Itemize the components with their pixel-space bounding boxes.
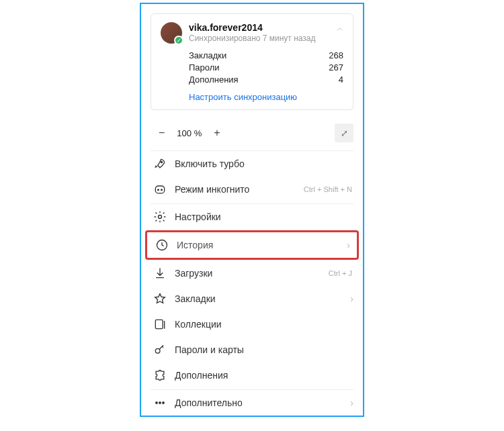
svg-point-0 [161, 162, 163, 163]
svg-point-9 [159, 402, 161, 404]
menu-item-downloads[interactable]: Загрузки Ctrl + J [141, 260, 363, 286]
puzzle-icon [153, 369, 167, 382]
menu-item-bookmarks[interactable]: Закладки › [141, 286, 363, 312]
stat-passwords-value: 267 [329, 62, 343, 73]
svg-point-2 [158, 189, 159, 191]
menu-label: История [177, 240, 339, 250]
svg-point-3 [161, 189, 163, 191]
stat-addons: Дополнения 4 [189, 75, 343, 85]
menu-item-history[interactable]: История › [145, 230, 359, 260]
more-icon [153, 396, 167, 410]
collapse-icon[interactable]: ︿ [337, 22, 343, 33]
menu-item-turbo[interactable]: Включить турбо [141, 151, 363, 177]
menu-label: Коллекции [175, 319, 353, 330]
zoom-row: − 100 % + ⤢ [141, 115, 363, 150]
chevron-right-icon: › [350, 397, 353, 408]
username: vika.forever2014 [189, 22, 330, 33]
menu-label: Пароли и карты [175, 344, 353, 355]
sync-stats: Закладки 268 Пароли 267 Дополнения 4 [161, 50, 343, 85]
menu-label: Дополнения [175, 370, 353, 381]
star-icon [153, 292, 167, 305]
fullscreen-button[interactable]: ⤢ [335, 124, 353, 142]
avatar: ✓ [161, 22, 182, 44]
svg-point-8 [156, 402, 158, 404]
key-icon [153, 343, 167, 356]
collections-icon [153, 318, 167, 331]
sync-status: Синхронизировано 7 минут назад [189, 34, 330, 43]
menu-label: Закладки [175, 293, 342, 304]
stat-addons-label: Дополнения [189, 75, 239, 85]
menu-item-collections[interactable]: Коллекции [141, 312, 363, 337]
shortcut-hint: Ctrl + Shift + N [304, 185, 352, 193]
menu-item-more[interactable]: Дополнительно › [141, 390, 363, 416]
menu-label: Включить турбо [175, 158, 353, 169]
svg-point-10 [163, 402, 165, 404]
browser-menu-panel: ✓ vika.forever2014 Синхронизировано 7 ми… [140, 3, 364, 417]
sync-card: ✓ vika.forever2014 Синхронизировано 7 ми… [151, 13, 353, 110]
stat-bookmarks-value: 268 [329, 50, 343, 60]
stat-addons-value: 4 [339, 75, 343, 85]
menu-item-addons[interactable]: Дополнения [141, 363, 363, 388]
menu-label: Дополнительно [175, 397, 342, 408]
menu-item-incognito[interactable]: Режим инкогнито Ctrl + Shift + N [141, 177, 363, 202]
menu-item-passwords[interactable]: Пароли и карты [141, 337, 363, 363]
incognito-icon [153, 183, 167, 196]
zoom-out-button-icon[interactable]: − [159, 127, 165, 139]
zoom-in-button-icon[interactable]: + [214, 127, 220, 139]
menu-label: Настройки [175, 211, 353, 222]
menu-label: Загрузки [175, 268, 321, 279]
stat-passwords-label: Пароли [189, 62, 220, 73]
stat-bookmarks: Закладки 268 [189, 50, 343, 60]
chevron-right-icon: › [347, 240, 350, 250]
svg-point-4 [159, 216, 162, 219]
sync-header[interactable]: ✓ vika.forever2014 Синхронизировано 7 ми… [161, 22, 343, 44]
shortcut-hint: Ctrl + J [329, 269, 352, 277]
chevron-right-icon: › [350, 293, 353, 304]
download-icon [153, 267, 167, 280]
sync-ok-badge-icon: ✓ [174, 36, 183, 45]
svg-point-7 [155, 348, 160, 353]
configure-sync-link[interactable]: Настроить синхронизацию [161, 92, 297, 102]
stat-passwords: Пароли 267 [189, 62, 343, 73]
zoom-level: 100 % [177, 128, 202, 138]
menu-item-settings[interactable]: Настройки [141, 204, 363, 230]
menu-label: Режим инкогнито [175, 184, 296, 195]
stat-bookmarks-label: Закладки [189, 50, 226, 60]
gear-icon [153, 210, 167, 224]
svg-rect-1 [155, 186, 164, 193]
fullscreen-icon: ⤢ [341, 128, 348, 138]
rocket-icon [153, 157, 167, 171]
history-icon [155, 238, 169, 252]
svg-rect-6 [155, 320, 163, 328]
